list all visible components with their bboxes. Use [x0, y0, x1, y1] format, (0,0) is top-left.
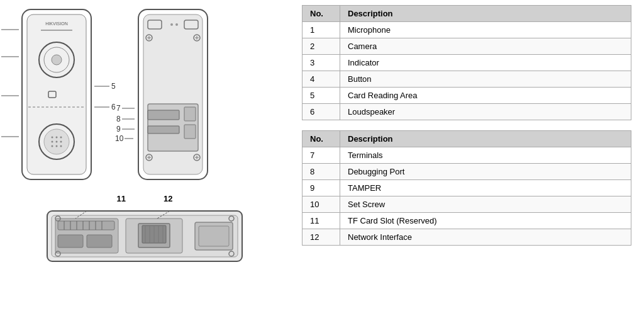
svg-point-15 — [56, 141, 58, 143]
bottom-device-container — [9, 205, 280, 268]
bottom-labels: 11 12 — [9, 194, 280, 203]
right-panel: No. Description 1Microphone2Camera3Indic… — [289, 0, 644, 335]
table-row: 3Indicator — [303, 55, 631, 71]
svg-point-16 — [60, 141, 62, 143]
svg-rect-40 — [184, 125, 196, 139]
svg-point-14 — [52, 141, 53, 143]
bottom-device-svg — [44, 205, 245, 268]
svg-point-6 — [52, 55, 62, 65]
table-row: 12Network Interface — [303, 229, 631, 246]
label-10: 10 — [115, 134, 135, 143]
table-row: 10Set Screw — [303, 196, 631, 213]
svg-point-30 — [170, 23, 173, 26]
label-2: 2 — [0, 52, 20, 61]
back-view: 7 8 9 10 — [129, 6, 230, 189]
bottom-table-header-no: No. — [303, 131, 340, 147]
label-3: 3 — [0, 91, 20, 100]
svg-rect-41 — [148, 110, 179, 120]
label-8: 8 — [116, 115, 136, 123]
back-device-svg — [129, 6, 217, 189]
svg-point-11 — [52, 137, 53, 139]
label-4: 4 — [0, 132, 20, 141]
svg-rect-75 — [199, 226, 229, 246]
svg-rect-39 — [184, 107, 196, 121]
front-view: HIKVISION — [9, 6, 116, 189]
bottom-table-header-desc: Description — [340, 131, 631, 147]
left-panel: HIKVISION — [0, 0, 289, 335]
table-row: 8Debugging Port — [303, 164, 631, 180]
table-row: 5Card Reading Area — [303, 88, 631, 104]
label-5: 5 — [94, 82, 116, 91]
svg-point-13 — [60, 137, 62, 139]
table-row: 7Terminals — [303, 147, 631, 164]
front-device-svg: HIKVISION — [9, 6, 104, 189]
label-12-text: 12 — [164, 194, 172, 203]
top-table-header-no: No. — [303, 6, 340, 22]
svg-point-19 — [60, 145, 62, 147]
bottom-table: No. Description 7Terminals8Debugging Por… — [302, 130, 631, 246]
top-table: No. Description 1Microphone2Camera3Indic… — [302, 5, 631, 120]
svg-rect-65 — [87, 235, 112, 247]
table-row: 1Microphone — [303, 22, 631, 38]
device-diagrams: HIKVISION — [9, 6, 280, 189]
table-row: 9TAMPER — [303, 180, 631, 196]
table-row: 6Loudspeaker — [303, 104, 631, 120]
svg-rect-56 — [58, 221, 114, 230]
table-row: 2Camera — [303, 38, 631, 55]
label-11-text: 11 — [117, 194, 126, 203]
svg-text:HIKVISION: HIKVISION — [45, 21, 67, 26]
svg-rect-64 — [58, 235, 83, 247]
bottom-view-section: 11 12 — [9, 194, 280, 268]
table-row: 4Button — [303, 71, 631, 88]
svg-point-18 — [56, 145, 58, 147]
svg-rect-42 — [148, 126, 179, 133]
svg-point-12 — [56, 137, 58, 139]
label-1: 1 — [0, 25, 20, 34]
svg-point-31 — [175, 23, 178, 26]
table-row: 11TF Card Slot (Reserved) — [303, 213, 631, 229]
label-7: 7 — [116, 104, 136, 113]
svg-point-17 — [52, 145, 53, 147]
label-6: 6 — [94, 103, 116, 111]
label-9: 9 — [116, 125, 136, 133]
top-table-header-desc: Description — [340, 6, 631, 22]
